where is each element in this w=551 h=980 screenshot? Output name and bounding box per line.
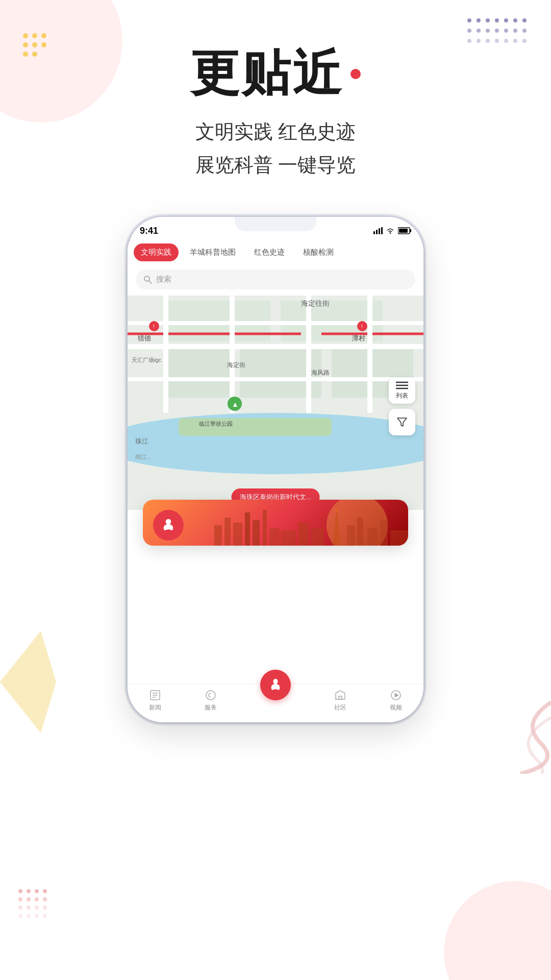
svg-rect-95 — [233, 523, 242, 546]
battery-icon — [398, 227, 411, 234]
svg-rect-108 — [380, 520, 388, 546]
svg-rect-99 — [269, 528, 280, 546]
svg-rect-102 — [281, 530, 296, 546]
hero-section: 更贴近 文明实践 红色史迹 展览科普 一键导览 — [190, 0, 361, 197]
tabbar-community[interactable]: 社区 — [334, 689, 346, 712]
svg-rect-117 — [339, 696, 342, 699]
filter-icon — [396, 416, 408, 428]
svg-point-43 — [27, 914, 31, 918]
tab-nucleic[interactable]: 核酸检测 — [296, 243, 341, 261]
svg-text:海风路: 海风路 — [311, 369, 330, 376]
hero-title-text: 更贴近 — [190, 41, 343, 107]
signal-icon — [373, 227, 383, 234]
svg-rect-68 — [163, 296, 168, 413]
svg-rect-50 — [381, 227, 383, 234]
svg-rect-97 — [253, 520, 260, 546]
svg-rect-105 — [347, 525, 355, 546]
news-icon — [149, 689, 161, 701]
svg-rect-106 — [357, 518, 363, 546]
tabbar-center-fab[interactable] — [260, 670, 291, 700]
svg-text:潭村: 潭村 — [352, 334, 365, 342]
tabbar-video[interactable]: 视频 — [390, 689, 402, 712]
svg-point-32 — [35, 889, 39, 893]
search-icon — [144, 276, 152, 284]
svg-rect-66 — [128, 377, 423, 381]
svg-point-40 — [35, 905, 39, 910]
svg-rect-60 — [168, 347, 230, 398]
svg-rect-96 — [245, 512, 250, 546]
svg-point-35 — [27, 897, 31, 901]
svg-text:临江带状公园: 临江带状公园 — [199, 421, 233, 427]
svg-text:海定街: 海定街 — [227, 361, 245, 369]
map-svg: 海定往街 猎德 潭村 天汇广场igc 海定街 海风路 珠江 临江带状公园 阅江.… — [128, 296, 423, 510]
community-icon — [334, 689, 346, 701]
info-card-logo — [153, 510, 184, 541]
tab-science[interactable]: 羊城科普地图 — [183, 243, 243, 261]
map-area[interactable]: 海定往街 猎德 潭村 天汇广场igc 海定街 海风路 珠江 临江带状公园 阅江.… — [128, 296, 423, 510]
svg-rect-65 — [128, 344, 423, 349]
red-dot-decoration — [350, 69, 361, 79]
tabbar-service-label: 服务 — [205, 703, 217, 712]
svg-point-33 — [43, 889, 47, 893]
list-button-label: 列表 — [396, 391, 408, 400]
info-card: 海珠区赤岗街新时代文明实践所 广州 ★ ★ ★ ★ ★ 3.8 市级 — [143, 500, 408, 546]
svg-point-37 — [43, 897, 47, 901]
svg-rect-70 — [306, 296, 311, 413]
tab-civilization[interactable]: 文明实践 — [134, 243, 179, 261]
svg-rect-54 — [399, 229, 408, 233]
phone-tabbar: 新闻 服务 社区 — [128, 683, 423, 722]
search-placeholder: 搜索 — [156, 275, 171, 284]
svg-text:阅江...: 阅江... — [135, 454, 151, 460]
status-icons — [373, 227, 411, 234]
svg-point-41 — [43, 905, 47, 910]
search-bar: 搜索 — [128, 265, 423, 296]
phone-notch — [235, 217, 316, 231]
wifi-icon — [386, 227, 395, 234]
filter-button[interactable] — [389, 409, 415, 435]
svg-rect-101 — [336, 507, 338, 512]
tabbar-news[interactable]: 新闻 — [149, 689, 161, 712]
svg-rect-69 — [230, 296, 235, 413]
status-time: 9:41 — [140, 226, 158, 236]
svg-point-36 — [35, 897, 39, 901]
svg-text:海定往街: 海定往街 — [301, 299, 330, 307]
svg-text:▲: ▲ — [232, 400, 239, 408]
svg-point-51 — [390, 232, 391, 234]
tab-history[interactable]: 红色史迹 — [247, 243, 292, 261]
svg-text:珠江: 珠江 — [135, 437, 148, 445]
svg-rect-103 — [298, 523, 309, 546]
svg-text:猎德: 猎德 — [138, 334, 151, 342]
tabbar-service[interactable]: 服务 — [205, 689, 217, 712]
subtitle-line1: 文明实践 红色史迹 — [190, 115, 361, 149]
logo-icon — [158, 515, 179, 535]
svg-point-31 — [27, 889, 31, 893]
svg-marker-119 — [395, 693, 398, 697]
svg-point-38 — [18, 905, 22, 910]
video-icon — [390, 689, 402, 701]
tabs-bar: 文明实践 羊城科普地图 红色史迹 核酸检测 — [128, 239, 423, 265]
hero-title: 更贴近 — [190, 41, 361, 107]
svg-rect-53 — [410, 229, 412, 232]
hero-subtitle: 文明实践 红色史迹 展览科普 一键导览 — [190, 115, 361, 181]
svg-rect-49 — [379, 228, 380, 234]
tabbar-community-label: 社区 — [334, 703, 346, 712]
svg-rect-104 — [311, 528, 324, 546]
service-icon — [205, 689, 217, 701]
svg-point-44 — [35, 914, 39, 918]
svg-rect-47 — [373, 231, 375, 234]
svg-point-39 — [27, 905, 31, 910]
info-card-banner — [143, 500, 408, 546]
svg-rect-98 — [263, 510, 267, 546]
tabbar-news-label: 新闻 — [149, 703, 161, 712]
svg-text:天汇广场igc: 天汇广场igc — [132, 357, 162, 363]
svg-text:↑: ↑ — [360, 323, 363, 330]
map-list-button[interactable]: 列表 — [389, 377, 415, 404]
svg-rect-71 — [367, 296, 372, 413]
search-input-field[interactable]: 搜索 — [136, 270, 415, 289]
svg-rect-109 — [390, 530, 408, 546]
svg-line-56 — [149, 281, 152, 283]
phone-mockup: 9:41 — [82, 217, 469, 722]
svg-text:↑: ↑ — [152, 323, 155, 330]
skyline-decoration — [204, 500, 408, 546]
subtitle-line2: 展览科普 一键导览 — [190, 149, 361, 182]
